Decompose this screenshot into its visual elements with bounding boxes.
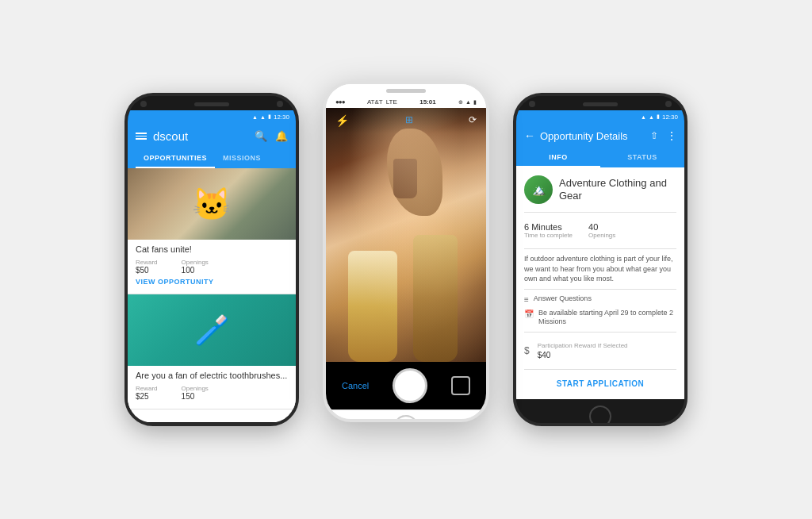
tabs-bar: OPPORTUNITIES MISSIONS bbox=[128, 149, 296, 168]
notification-icon[interactable]: 🔔 bbox=[275, 130, 288, 142]
camera-bottom-bar: Cancel bbox=[326, 362, 486, 409]
brand-icon: 🏔️ bbox=[524, 175, 553, 204]
cancel-button[interactable]: Cancel bbox=[342, 381, 369, 390]
questions-icon: ≡ bbox=[524, 295, 529, 304]
feature-available-text: Be available starting April 29 to comple… bbox=[538, 309, 676, 327]
battery-icon-r: ▮ bbox=[657, 113, 660, 120]
speaker-grill bbox=[194, 102, 229, 106]
opp-content: 🏔️ Adventure Clothing and Gear 6 Minutes… bbox=[516, 167, 684, 399]
opp-header: ← Opportunity Details ⇧ ⋮ bbox=[516, 123, 684, 148]
camera-viewfinder: ⚡ ⊞ ⟳ bbox=[326, 108, 486, 362]
camera-mode-icon[interactable] bbox=[451, 376, 470, 395]
card-electric: Are you a fan of electric toothbrushes..… bbox=[128, 294, 296, 409]
battery-icon: ▮ bbox=[268, 113, 271, 120]
electric-image bbox=[128, 294, 296, 366]
sensor-r bbox=[665, 101, 672, 107]
shutter-button[interactable] bbox=[393, 368, 427, 403]
stat-openings: 40 Openings bbox=[588, 222, 615, 239]
tab-info[interactable]: INFO bbox=[516, 148, 600, 167]
wifi-icon-mid: ▲ bbox=[465, 99, 471, 105]
left-phone: ▲ ▲ ▮ 12:30 dscout 🔍 🔔 OPPORTUNITIES MIS… bbox=[124, 93, 299, 426]
share-icon[interactable]: ⇧ bbox=[650, 130, 658, 141]
reward-row: $ Participation Reward If Selected $40 bbox=[524, 337, 676, 364]
card-cat: Cat fans unite! Reward $50 Openings 100 … bbox=[128, 168, 296, 294]
tab-status[interactable]: STATUS bbox=[600, 148, 684, 167]
opp-title: Opportunity Details bbox=[540, 130, 645, 142]
feature-available: 📅 Be available starting April 29 to comp… bbox=[524, 309, 676, 327]
white-speaker bbox=[386, 89, 426, 93]
network-type: LTE bbox=[386, 98, 397, 106]
location-icon: ⊕ bbox=[458, 99, 463, 106]
middle-phone: ●●● AT&T LTE 15:01 ⊕ ▲ ▮ ⚡ ⊞ ⟳ bbox=[323, 81, 489, 422]
back-button[interactable]: ← bbox=[524, 129, 535, 142]
start-application-button[interactable]: START APPLICATION bbox=[524, 376, 676, 391]
signal-icon-r: ▲ bbox=[649, 114, 654, 120]
wifi-icon-r: ▲ bbox=[641, 114, 646, 120]
app-title: dscout bbox=[153, 129, 255, 143]
stat-time: 6 Minutes Time to complete bbox=[524, 222, 573, 239]
more-icon[interactable]: ⋮ bbox=[666, 129, 676, 142]
dollar-icon: $ bbox=[524, 345, 530, 356]
wifi-icon: ▲ bbox=[252, 114, 258, 120]
opp-description: If outdoor adventure clothing is part of… bbox=[524, 254, 676, 284]
status-time-r: 12:30 bbox=[662, 113, 678, 121]
feature-questions: ≡ Answer Questions bbox=[524, 294, 676, 304]
search-icon[interactable]: 🔍 bbox=[255, 130, 267, 142]
front-camera-dot bbox=[140, 101, 147, 107]
card-electric-title: Are you a fan of electric toothbrushes..… bbox=[136, 371, 288, 380]
middle-time: 15:01 bbox=[419, 98, 435, 106]
carrier-name: AT&T bbox=[367, 98, 383, 106]
feature-questions-text: Answer Questions bbox=[534, 294, 592, 304]
menu-icon[interactable] bbox=[136, 133, 147, 140]
status-time: 12:30 bbox=[274, 113, 289, 121]
home-button-r[interactable] bbox=[589, 406, 611, 426]
reward-meta: Reward $50 bbox=[136, 259, 158, 275]
cat-image bbox=[128, 168, 296, 240]
tab-missions[interactable]: MISSIONS bbox=[215, 149, 269, 168]
calendar-icon: 📅 bbox=[524, 309, 534, 318]
sensor-dot bbox=[277, 101, 283, 107]
front-camera-r bbox=[529, 101, 535, 107]
view-opportunity-link[interactable]: VIEW OPPORTUNITY bbox=[136, 278, 288, 286]
brand-name: Adventure Clothing and Gear bbox=[559, 177, 676, 202]
carrier-dots: ●●● bbox=[335, 98, 345, 106]
opp-tabs-bar: INFO STATUS bbox=[516, 148, 684, 167]
scene-bg-blur bbox=[326, 108, 486, 362]
openings-meta: Openings 100 bbox=[182, 259, 209, 275]
speaker-r bbox=[583, 102, 618, 106]
battery-icon-mid: ▮ bbox=[473, 99, 477, 106]
reward-meta-2: Reward $25 bbox=[136, 385, 158, 401]
signal-icon: ▲ bbox=[260, 114, 266, 120]
app-header: dscout 🔍 🔔 bbox=[128, 123, 296, 149]
card-cat-title: Cat fans unite! bbox=[136, 244, 288, 254]
tab-opportunities[interactable]: OPPORTUNITIES bbox=[136, 149, 215, 168]
right-phone: ▲ ▲ ▮ 12:30 ← Opportunity Details ⇧ ⋮ IN… bbox=[513, 93, 688, 426]
openings-meta-2: Openings 150 bbox=[182, 385, 209, 401]
stats-row: 6 Minutes Time to complete 40 Openings bbox=[524, 217, 676, 244]
home-button-white[interactable] bbox=[393, 415, 419, 422]
